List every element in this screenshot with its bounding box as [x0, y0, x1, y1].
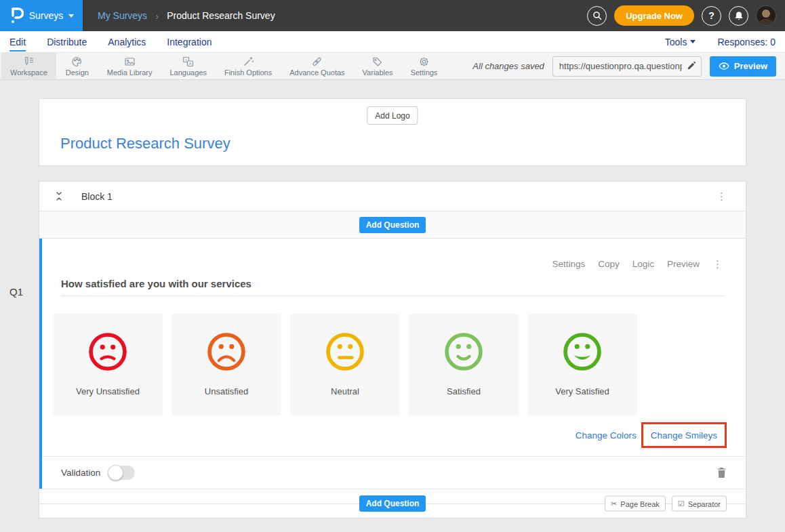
option-label: Unsatisfied	[205, 386, 248, 396]
surveys-app-menu[interactable]: Surveys	[0, 0, 83, 31]
option-label: Very Unsatisfied	[76, 386, 140, 396]
workspace-content: Q1 Add Logo Product Research Survey Bloc…	[0, 80, 785, 518]
question-number: Q1	[9, 286, 23, 298]
toolbar-item-settings[interactable]: Settings	[402, 53, 447, 79]
tools-label: Tools	[665, 37, 687, 47]
collapse-vertical-icon	[54, 191, 64, 201]
preview-button[interactable]: Preview	[710, 56, 776, 77]
option-unsatisfied[interactable]: Unsatisfied	[172, 314, 281, 415]
change-smileys-highlight-box: Change Smileys	[641, 422, 727, 448]
neutral-face-icon	[324, 331, 366, 373]
survey-header-card: Add Logo Product Research Survey	[39, 98, 746, 166]
option-satisfied[interactable]: Satisfied	[409, 314, 519, 415]
option-neutral[interactable]: Neutral	[290, 314, 400, 415]
page-break-label: Page Break	[620, 499, 659, 508]
tab-edit[interactable]: Edit	[9, 33, 26, 52]
validation-label: Validation	[61, 468, 100, 478]
add-logo-button[interactable]: Add Logo	[367, 106, 418, 125]
toolbar-item-workspace[interactable]: Workspace	[1, 53, 56, 79]
sad-face-icon	[87, 331, 129, 373]
tab-distribute[interactable]: Distribute	[47, 33, 87, 52]
question-settings-link[interactable]: Settings	[552, 259, 585, 269]
delete-question-button[interactable]	[717, 467, 727, 478]
toolbar-label: Design	[66, 68, 89, 77]
toolbar-label: Settings	[411, 68, 438, 77]
editor-toolbar: Workspace Design Media Library x A Langu…	[0, 53, 785, 80]
search-icon	[592, 11, 602, 20]
upgrade-now-button[interactable]: Upgrade Now	[614, 5, 694, 26]
page-break-button[interactable]: ✂ Page Break	[605, 496, 666, 512]
smiley-options-row: Very Unsatisfied Unsatisfied	[53, 314, 746, 415]
question-card: Settings Copy Logic Preview ⋮ How satisf…	[39, 239, 746, 489]
toolbar-label: Variables	[363, 68, 393, 77]
survey-nav: Edit Distribute Analytics Integration To…	[0, 31, 785, 53]
magic-wand-icon	[243, 56, 254, 67]
checkbox-checked-icon: ☑	[678, 499, 685, 508]
gear-icon	[418, 56, 430, 67]
toolbar-label: Media Library	[107, 68, 153, 77]
survey-title[interactable]: Product Research Survey	[60, 135, 230, 152]
svg-text:x: x	[185, 57, 187, 61]
block-header: Block 1 ⋮	[39, 182, 746, 211]
block-footer: Add Question ✂ Page Break ☑ Separator	[39, 489, 746, 518]
search-button[interactable]	[587, 6, 607, 26]
breadcrumb-my-surveys[interactable]: My Surveys	[98, 10, 147, 21]
toolbar-item-media-library[interactable]: Media Library	[98, 53, 161, 79]
change-colors-link[interactable]: Change Colors	[576, 430, 637, 441]
survey-url-wrap	[552, 56, 702, 77]
preview-label: Preview	[734, 61, 767, 71]
question-preview-link[interactable]: Preview	[667, 259, 700, 269]
nav-tabs: Edit Distribute Analytics Integration	[9, 33, 212, 52]
translate-icon: x A	[182, 56, 194, 67]
toolbar-label: Workspace	[10, 68, 47, 77]
question-menu-button[interactable]: ⋮	[708, 256, 727, 272]
validation-row: Validation	[42, 456, 746, 489]
toolbar-item-variables[interactable]: Variables	[354, 53, 402, 79]
option-very-unsatisfied[interactable]: Very Unsatisfied	[53, 314, 163, 415]
add-question-row-top: Add Question	[39, 211, 746, 239]
validation-toggle[interactable]	[108, 466, 135, 480]
collapse-block-button[interactable]	[54, 191, 64, 201]
toolbar-item-design[interactable]: Design	[56, 53, 98, 79]
change-links-row: Change Colors Change Smileys	[42, 422, 727, 448]
breadcrumb-current-survey: Product Research Survey	[167, 10, 275, 21]
chevron-right-icon: ›	[155, 10, 159, 22]
change-smileys-link[interactable]: Change Smileys	[651, 430, 717, 441]
add-question-button-bottom[interactable]: Add Question	[359, 495, 426, 512]
chain-links-icon	[311, 56, 323, 67]
pencil-icon[interactable]	[687, 60, 697, 73]
bell-icon	[734, 11, 744, 21]
toolbar-item-advance-quotas[interactable]: Advance Quotas	[281, 53, 353, 79]
toolbar-label: Finish Options	[224, 68, 272, 77]
workspace-icon	[23, 56, 35, 67]
toolbar-item-languages[interactable]: x A Languages	[161, 53, 215, 79]
design-palette-icon	[71, 56, 83, 67]
save-status: All changes saved	[472, 61, 544, 71]
add-question-button-top[interactable]: Add Question	[359, 217, 426, 233]
question-underline	[61, 295, 724, 296]
option-label: Neutral	[331, 386, 359, 396]
smile-face-icon	[443, 331, 485, 373]
option-label: Satisfied	[447, 386, 481, 396]
question-toolbar: Settings Copy Logic Preview ⋮	[552, 256, 727, 272]
tab-integration[interactable]: Integration	[167, 33, 212, 52]
tools-dropdown[interactable]: Tools	[665, 37, 696, 47]
notifications-button[interactable]	[729, 6, 748, 26]
toggle-knob	[108, 465, 123, 480]
toolbar-item-finish-options[interactable]: Finish Options	[216, 53, 281, 79]
user-avatar[interactable]	[756, 5, 776, 26]
chevron-down-icon	[68, 14, 74, 18]
block-menu-button[interactable]: ⋮	[712, 188, 731, 204]
questionpro-logo	[9, 7, 24, 24]
option-very-satisfied[interactable]: Very Satisfied	[527, 314, 637, 415]
question-copy-link[interactable]: Copy	[598, 259, 620, 269]
block-title[interactable]: Block 1	[81, 191, 113, 202]
help-button[interactable]: ?	[702, 6, 721, 26]
survey-url-input[interactable]	[552, 56, 702, 77]
tab-analytics[interactable]: Analytics	[108, 33, 146, 52]
top-bar: Surveys My Surveys › Product Research Su…	[0, 0, 785, 31]
responses-count[interactable]: Responses: 0	[717, 37, 776, 47]
svg-text:A: A	[189, 61, 192, 65]
separator-button[interactable]: ☑ Separator	[672, 496, 727, 512]
question-logic-link[interactable]: Logic	[632, 259, 654, 269]
